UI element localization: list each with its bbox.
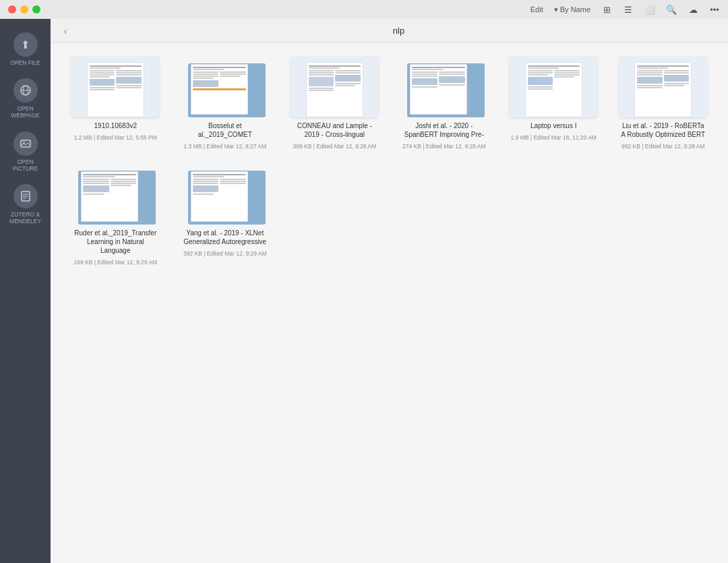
list-item[interactable]: CONNEAU and Lample - 2019 - Cross-lingua… <box>283 57 386 150</box>
file-thumbnail <box>181 164 269 225</box>
list-item[interactable]: 1910.10683v2 1.2 MB | Edited Mar 12, 5:5… <box>64 57 167 150</box>
list-item[interactable]: Joshi et al. - 2020 - SpanBERT Improving… <box>393 57 496 150</box>
edit-button[interactable]: Edit <box>530 5 543 13</box>
cloud-icon[interactable]: ☁ <box>688 4 698 15</box>
file-name: Laptop versus I <box>530 121 576 130</box>
svg-point-4 <box>23 142 25 144</box>
file-meta: 169 KB | Edited Mar 12, 9:29 AM <box>73 259 157 266</box>
sort-button[interactable]: ▾ By Name <box>554 5 590 14</box>
file-thumbnail <box>400 57 488 117</box>
file-meta: 1.9 MB | Edited Mar 18, 11:20 AM <box>511 134 597 142</box>
open-file-icon: ⬆ <box>13 32 38 57</box>
file-meta: 1.3 MB | Edited Mar 12, 8:27 AM <box>183 143 266 150</box>
file-thumbnail <box>619 57 707 117</box>
open-webpage-icon <box>13 78 38 102</box>
title-bar-right: Edit ▾ By Name ⊞ ☰ ⬜ 🔍 ☁ ••• <box>530 4 720 15</box>
zotero-label: ZOTERO & MENDELEY <box>6 211 44 225</box>
svg-rect-3 <box>21 140 30 147</box>
search-icon[interactable]: 🔍 <box>666 4 677 15</box>
back-button[interactable]: ‹ <box>59 24 72 38</box>
minimize-button[interactable] <box>20 5 28 13</box>
traffic-lights <box>8 5 40 13</box>
file-name: Bosselut et al._2019_COMET <box>181 121 269 139</box>
file-meta: 392 KB | Edited Mar 12, 9:29 AM <box>183 250 267 258</box>
sidebar-item-open-webpage[interactable]: OPEN WEBPAGE <box>3 73 47 123</box>
list-item[interactable]: Liu et al. - 2019 - RoBERTa A Robustly O… <box>612 57 715 150</box>
list-item[interactable]: Laptop versus I 1.9 MB | Edited Mar 18, … <box>502 57 605 150</box>
list-item[interactable]: Yang et al. - 2019 - XLNet Generalized A… <box>174 164 277 266</box>
file-name: Yang et al. - 2019 - XLNet Generalized A… <box>181 229 269 246</box>
open-picture-icon <box>13 131 38 156</box>
file-name: Ruder et al._2019_Transfer Learning in N… <box>71 229 159 255</box>
title-bar: Edit ▾ By Name ⊞ ☰ ⬜ 🔍 ☁ ••• <box>0 0 728 19</box>
maximize-button[interactable] <box>32 5 40 13</box>
content-area: ‹ nlp <box>51 19 728 563</box>
list-item[interactable]: Ruder et al._2019_Transfer Learning in N… <box>64 164 167 266</box>
open-webpage-label: OPEN WEBPAGE <box>6 105 44 119</box>
sidebar-item-zotero[interactable]: ZOTERO & MENDELEY <box>3 179 47 229</box>
folder-title: nlp <box>78 26 720 36</box>
more-icon[interactable]: ••• <box>709 4 720 15</box>
open-file-label: OPEN FILE <box>10 59 40 66</box>
file-name: Joshi et al. - 2020 - SpanBERT Improving… <box>400 121 488 139</box>
zotero-icon <box>13 184 38 208</box>
open-picture-label: OPEN PICTURE <box>6 158 44 172</box>
sidebar-item-open-picture[interactable]: OPEN PICTURE <box>3 126 47 176</box>
list-item[interactable]: Bosselut et al._2019_COMET 1.3 MB | Edit… <box>174 57 277 150</box>
file-meta: 992 KB | Edited Mar 12, 9:28 AM <box>621 143 705 150</box>
file-name: CONNEAU and Lample - 2019 - Cross-lingua… <box>291 121 378 139</box>
file-thumbnail <box>71 164 159 225</box>
file-meta: 1.2 MB | Edited Mar 12, 5:55 PM <box>74 134 157 142</box>
file-thumbnail <box>510 57 597 117</box>
file-name: 1910.10683v2 <box>94 121 137 130</box>
app-body: ⬆ OPEN FILE OPEN WEBPAGE OPEN PI <box>0 19 728 563</box>
file-grid: 1910.10683v2 1.2 MB | Edited Mar 12, 5:5… <box>51 43 728 563</box>
grid-view-icon[interactable]: ⊞ <box>601 4 612 15</box>
sidebar-item-open-file[interactable]: ⬆ OPEN FILE <box>3 27 47 70</box>
file-meta: 274 KB | Edited Mar 12, 9:28 AM <box>402 143 486 150</box>
file-name: Liu et al. - 2019 - RoBERTa A Robustly O… <box>619 121 707 139</box>
list-view-icon[interactable]: ☰ <box>623 4 634 15</box>
file-thumbnail <box>291 57 378 117</box>
content-toolbar: ‹ nlp <box>51 19 728 43</box>
file-thumbnail <box>181 57 269 117</box>
close-button[interactable] <box>8 5 16 13</box>
file-thumbnail <box>71 57 159 117</box>
window-icon[interactable]: ⬜ <box>644 4 655 15</box>
sidebar: ⬆ OPEN FILE OPEN WEBPAGE OPEN PI <box>0 19 51 563</box>
file-meta: 309 KB | Edited Mar 12, 9:28 AM <box>293 143 376 150</box>
